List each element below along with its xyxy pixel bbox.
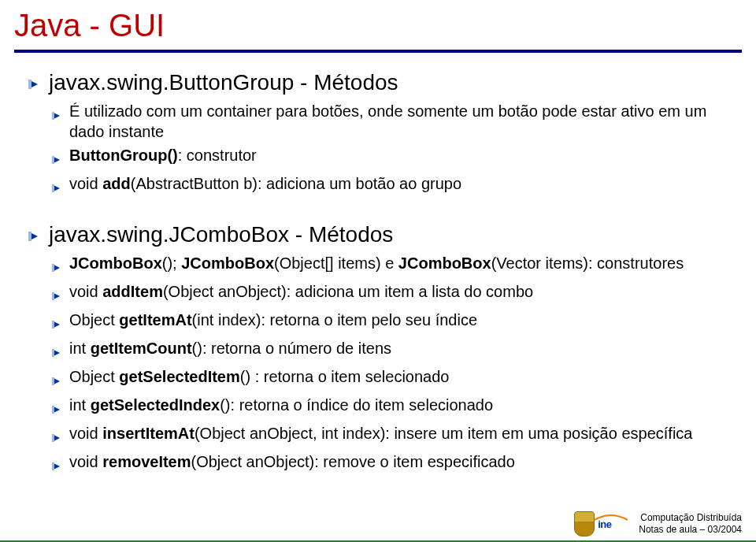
arrow-right-icon [52,258,63,278]
arrow-right-icon [52,178,63,199]
content-area: javax.swing.ButtonGroup - Métodos É util… [0,53,756,477]
svg-rect-25 [52,462,54,470]
list-item: int getSelectedIndex(): retorna o índice… [52,395,728,420]
list-item: void addItem(Object anObject): adiciona … [52,281,728,306]
section-2-heading-row: javax.swing.JComboBox - Métodos [28,221,728,248]
section-1-heading: javax.swing.ButtonGroup - Métodos [49,69,398,96]
arrow-right-icon [28,78,41,94]
item-text: Object getItemAt(int index): retorna o i… [69,310,728,335]
logo: ine [574,509,631,539]
section-2-list: JComboBox(); JComboBox(Object[] items) e… [52,253,728,477]
arrow-right-icon [52,106,63,142]
list-item: ButtonGroup(): construtor [52,145,728,170]
item-text: void addItem(Object anObject): adiciona … [69,281,728,306]
item-text: ButtonGroup(): construtor [69,145,728,170]
svg-rect-15 [52,321,54,329]
svg-rect-1 [28,80,32,89]
svg-rect-13 [52,292,54,300]
section-1-list: É utilizado com um container para botões… [52,101,728,199]
item-text: void insertItemAt(Object anObject, int i… [69,423,728,448]
list-item: É utilizado com um container para botões… [52,101,728,142]
section-2-heading: javax.swing.JComboBox - Métodos [49,221,393,248]
arrow-right-icon [52,399,63,420]
arrow-right-icon [52,428,63,448]
page-title: Java - GUI [0,0,756,43]
item-text: void add(AbstractButton b): adiciona um … [69,173,728,199]
arrow-right-icon [52,456,63,477]
item-text: int getItemCount(): retorna o número de … [69,338,728,363]
arrow-right-icon [52,314,63,335]
svg-rect-7 [52,184,54,192]
svg-rect-17 [52,349,54,357]
list-item: void add(AbstractButton b): adiciona um … [52,173,728,199]
list-item: Object getItemAt(int index): retorna o i… [52,310,728,335]
footer-line-1: Computação Distribuída [639,512,742,524]
svg-rect-21 [52,406,54,414]
section-1-heading-row: javax.swing.ButtonGroup - Métodos [28,69,728,96]
footer: ine Computação Distribuída Notas de aula… [574,509,742,539]
arrow-right-icon [52,371,63,392]
list-item: int getItemCount(): retorna o número de … [52,338,728,363]
svg-rect-19 [52,377,54,385]
list-item: Object getSelectedItem() : retorna o ite… [52,366,728,392]
arrow-right-icon [28,230,41,246]
arrow-right-icon [52,343,63,363]
item-text: void removeItem(Object anObject): remove… [69,451,728,477]
arrow-right-icon [52,150,63,170]
list-item: void removeItem(Object anObject): remove… [52,451,728,477]
crest-icon [574,511,595,536]
item-text: É utilizado com um container para botões… [69,101,728,142]
svg-rect-5 [52,156,54,164]
ine-logo: ine [598,518,611,530]
item-text: Object getSelectedItem() : retorna o ite… [69,366,728,392]
svg-rect-11 [52,264,54,272]
item-text: int getSelectedIndex(): retorna o índice… [69,395,728,420]
svg-rect-23 [52,434,54,442]
footer-text: Computação Distribuída Notas de aula – 0… [639,512,742,536]
svg-rect-9 [28,232,32,241]
footer-line-2: Notas de aula – 03/2004 [639,524,742,536]
arrow-right-icon [52,286,63,306]
list-item: void insertItemAt(Object anObject, int i… [52,423,728,448]
list-item: JComboBox(); JComboBox(Object[] items) e… [52,253,728,278]
svg-rect-3 [52,112,54,120]
item-text: JComboBox(); JComboBox(Object[] items) e… [69,253,728,278]
